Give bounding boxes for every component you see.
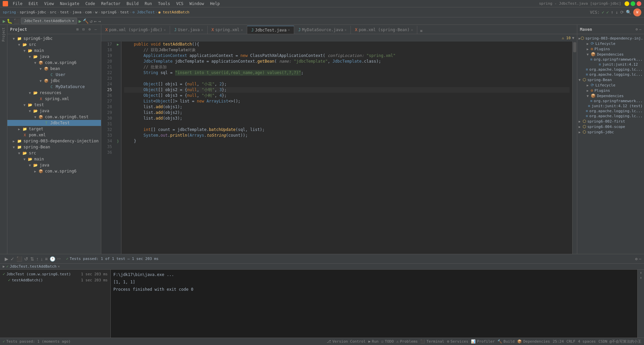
run-play-btn[interactable]: ▶ (4, 256, 9, 262)
user-info[interactable]: CSDN @不会写算法的小王 (598, 339, 641, 344)
scrollbar-thumb[interactable] (573, 42, 576, 52)
tree-item-java[interactable]: ▼ 📂 java (7, 54, 101, 60)
maven-item-plugins2[interactable]: ▶ ⚙ Plugins (577, 88, 644, 93)
run-item-class[interactable]: ✓ JdbcTest (com.w.spring6.test) 1 sec 20… (1, 271, 109, 277)
breadcrumb-java[interactable]: java (72, 10, 82, 14)
profiler-btn[interactable]: 📊 Profiler (471, 339, 495, 344)
settings-icon[interactable]: ⚙ (87, 27, 92, 32)
tab-jdbctest[interactable]: J JdbcTest.java × (247, 26, 294, 34)
breadcrumb-jdbctest[interactable]: ⊙ JdbcTest (132, 10, 155, 14)
project-tool-btn[interactable]: Project (2, 27, 5, 42)
build-btn[interactable]: 🔨 Build (497, 339, 515, 344)
minimize-button[interactable] (625, 1, 629, 6)
vcs-arrow-up[interactable]: ↑ (611, 10, 613, 15)
tab-close-icon[interactable]: × (241, 28, 243, 32)
menu-edit[interactable]: Edit (26, 1, 41, 7)
dependencies-btn[interactable]: 📦 Dependencies (517, 339, 550, 344)
close-button[interactable] (637, 1, 641, 6)
reload-button[interactable]: ↺ (90, 18, 93, 24)
todo-btn[interactable]: ☑ TODO (381, 339, 394, 344)
tab-springxml[interactable]: X spring.xml × (208, 26, 248, 34)
back-button[interactable]: ← (94, 18, 97, 24)
forward-button[interactable]: → (98, 18, 101, 24)
menu-vcs[interactable]: VCS (173, 1, 186, 7)
maven-settings-icon[interactable]: ⚙ (636, 27, 638, 31)
tab-close-icon[interactable]: × (288, 28, 290, 32)
tree-item-springxml[interactable]: X spring.xml (7, 96, 101, 102)
run-stop-btn[interactable]: ⬛ (16, 256, 23, 262)
maven-hide-icon[interactable]: — (639, 27, 641, 31)
breadcrumb-src[interactable]: src (50, 10, 56, 14)
tab-mydatasource[interactable]: J MyDataSource.java × (294, 26, 351, 34)
breadcrumb-w[interactable]: w (95, 10, 98, 14)
breadcrumb-com[interactable]: com (85, 10, 92, 14)
maven-item-spring002[interactable]: ▶ ⬡ spring6-002-first (577, 119, 644, 124)
tree-item-mydatasource[interactable]: C MyDataSource (7, 84, 101, 90)
spaces-indicator[interactable]: 4 spaces (578, 339, 596, 344)
maven-dep-logging2[interactable]: ≡ org.apache.logging.lc... (577, 72, 644, 77)
run-btn-status[interactable]: ▶ Run (368, 339, 379, 344)
maven-dep-springframework1[interactable]: ≡ org.springframework... (577, 57, 644, 62)
tool-up-icon[interactable]: ⬆ (640, 271, 642, 275)
tree-item-spring6jdbc[interactable]: ▼ 📁 spring6-jdbc (7, 36, 101, 42)
avatar[interactable]: W (633, 8, 641, 16)
vcs-arrow-down[interactable]: ↓ (615, 10, 618, 15)
breadcrumb-testpkg[interactable]: test (120, 10, 129, 14)
maximize-button[interactable] (631, 1, 635, 6)
expand-all-icon[interactable]: ⊞ (75, 27, 80, 32)
tree-item-user[interactable]: C User (7, 72, 101, 78)
menu-navigate[interactable]: Navigate (57, 1, 82, 7)
run-item-method[interactable]: ✓ testAddBatch() 1 sec 203 ms (1, 277, 109, 283)
run-rerun-btn[interactable]: ↺ (23, 256, 29, 262)
status-test-result[interactable]: ✓ Tests passed: 1 (moments ago) (3, 339, 71, 344)
code-area[interactable]: public void testAddBatch(){ // 获取JdbcTem… (121, 42, 572, 254)
maven-dep-logging1[interactable]: ≡ org.apache.logging.lc... (577, 67, 644, 72)
run-config[interactable]: JdbcTest.testAddBatch ▾ (21, 18, 77, 24)
vcs-refresh[interactable]: ⟳ (620, 10, 624, 15)
maven-dep-logging4[interactable]: ≡ org.apache.logging.lc... (577, 114, 644, 119)
run-more-btn[interactable]: ≡ (44, 256, 48, 262)
panel-settings-icon[interactable]: ⚙ (635, 257, 638, 261)
version-control-btn[interactable]: ⎇ Version Control (327, 339, 366, 344)
tree-item-package[interactable]: ▼ 📦 com.w.spring6 (7, 60, 101, 66)
tree-item-package2[interactable]: ▶ 📦 com.w.spring6 (7, 168, 101, 174)
tab-close-icon[interactable]: × (344, 28, 346, 32)
maven-item-deps1[interactable]: ▼ 📦 Dependencies (577, 52, 644, 57)
tree-item-main2[interactable]: ▼ 📂 main (7, 156, 101, 162)
breadcrumb-method[interactable]: ◉ testAddBatch (158, 10, 190, 14)
warning-expand[interactable]: ▼ (572, 36, 574, 40)
menu-refactor[interactable]: Refactor (98, 1, 123, 7)
tab-pomxml-spring6jdbc[interactable]: X pom.xml (spring6-jdbc) × (101, 26, 170, 34)
collapse-all-icon[interactable]: ⊟ (81, 27, 86, 32)
tree-item-test-package[interactable]: ▼ 📦 com.w.spring6.test (7, 114, 101, 120)
run-clock-btn[interactable]: 🕐 (49, 256, 56, 262)
tree-item-java2[interactable]: ▼ 📂 java (7, 162, 101, 168)
menu-view[interactable]: View (42, 1, 57, 7)
encoding-indicator[interactable]: CRLF (567, 339, 576, 344)
tree-item-src2[interactable]: ▼ 📂 src (7, 150, 101, 156)
tree-item-main[interactable]: ▼ 📂 main (7, 48, 101, 54)
maven-dep-junit2[interactable]: ≡ junit:junit:4.12 (test) (577, 104, 644, 109)
tree-item-test[interactable]: ▼ 📂 test (7, 102, 101, 108)
maven-item-plugins1[interactable]: ▶ ⚙ Plugins (577, 46, 644, 52)
stop-button[interactable]: ⬛ (14, 18, 19, 24)
maven-item-spring6jdbc[interactable]: ▶ ⬡ spring6-jdbc (577, 129, 644, 135)
breadcrumb-spring6jdbc[interactable]: spring6-jdbc (19, 10, 46, 14)
breadcrumb-spring[interactable]: spring (3, 10, 16, 14)
run-check-btn[interactable]: ✓ (10, 256, 15, 262)
maven-item-spring004[interactable]: ▶ ⬡ spring6-004-scope (577, 124, 644, 129)
tree-item-jdbc[interactable]: ▼ 📦 jdbc (7, 78, 101, 84)
menu-help[interactable]: Help (207, 1, 222, 7)
maven-item-deps2[interactable]: ▼ 📦 Dependencies (577, 93, 644, 98)
debug-button[interactable]: 🐛 (7, 18, 12, 24)
run-sort-btn[interactable]: ⇅ (30, 256, 35, 262)
line-col-indicator[interactable]: 25:24 (553, 339, 564, 344)
terminal-btn[interactable]: ⬛ Terminal (420, 339, 444, 344)
tree-item-bean[interactable]: ▼ 📦 bean (7, 66, 101, 72)
menu-run[interactable]: Run (142, 1, 155, 7)
tree-item-jdbctest[interactable]: T JdbcTest (7, 120, 101, 126)
build-button[interactable]: 🔨 (83, 18, 89, 24)
tree-item-resources[interactable]: ▼ 📂 resources (7, 90, 101, 96)
tab-close-icon[interactable]: × (164, 28, 166, 32)
run-button[interactable]: ▶ (3, 18, 5, 24)
